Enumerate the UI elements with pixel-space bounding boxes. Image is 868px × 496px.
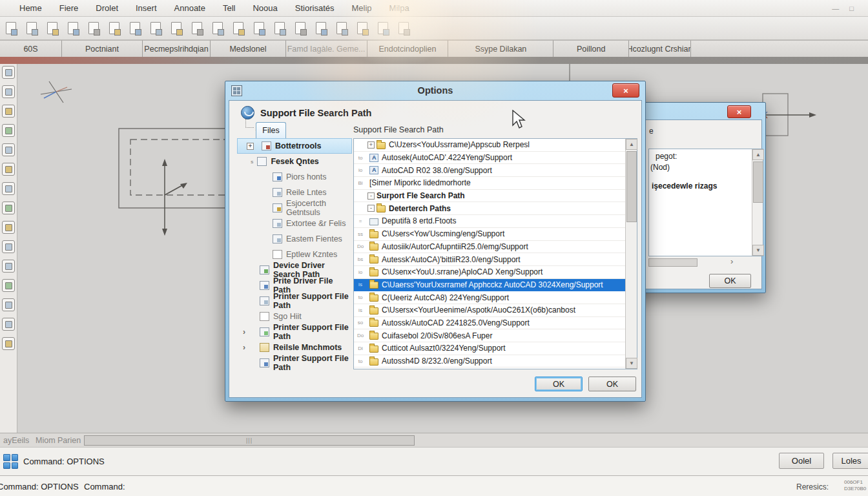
path-list-row[interactable]: is C\Uaerss'YourUxsrramef Apphcckz AutoC… [354, 279, 625, 292]
menu-item[interactable]: Heme [19, 3, 42, 13]
draw-icon[interactable] [2, 85, 15, 98]
tree-item[interactable]: Extortee &r Felis [237, 216, 352, 231]
ribbon-tab[interactable]: Ssype Dilakan [448, 40, 553, 57]
doc-red-icon[interactable] [209, 19, 226, 37]
menu-item[interactable]: Drolet [96, 3, 118, 13]
tree-item[interactable]: Printer Support File Path [237, 355, 352, 371]
ribbon-tab[interactable]: Endotcindoplien [367, 40, 449, 57]
row-expand-box-icon[interactable]: - [367, 192, 375, 200]
chevron-right-icon[interactable]: › [730, 256, 733, 266]
tree-item[interactable]: Sgo Hiit [237, 309, 352, 324]
sign-icon[interactable] [333, 19, 350, 37]
secondary-list-item[interactable]: pegot: [656, 152, 677, 161]
menu-item[interactable]: Insert [136, 3, 157, 13]
tree-item[interactable]: Eastem Fientes [237, 231, 352, 247]
ribbon-tab[interactable]: Famd Iagàle. Geme... [286, 40, 367, 57]
menu-item[interactable]: Stiorisatés [295, 3, 335, 13]
options-dialog-title[interactable]: Options [225, 81, 645, 100]
measure-icon[interactable] [291, 19, 309, 37]
maximize-icon[interactable]: □ [849, 5, 854, 12]
props-icon[interactable] [271, 19, 288, 37]
tree-item[interactable]: s Fesek Qntes [237, 154, 352, 169]
paste-icon[interactable] [85, 19, 102, 37]
plot-icon[interactable] [43, 19, 61, 37]
scrollbar-thumb[interactable] [753, 161, 763, 203]
loles-button[interactable]: Loles [832, 453, 868, 469]
path-list-row[interactable]: + C\Uzers<YouUssrrame)Appscub Rerpesl [354, 139, 625, 152]
command-history-text[interactable]: Command: OPTIONS [0, 482, 79, 491]
path-list-row[interactable]: io C\Usenx<YouU.srrane)AploCAD Xeng/Supp… [354, 266, 625, 279]
layout-tab-label-2[interactable]: Miom Parien [36, 436, 81, 445]
print-icon[interactable] [2, 337, 15, 350]
layout-icon[interactable] [395, 19, 412, 37]
ribbon-tab[interactable]: Pecmepslrihdqian [143, 40, 211, 57]
scrollbar-thumb[interactable] [626, 151, 637, 222]
doc-fold-icon[interactable] [126, 19, 143, 37]
lens-icon[interactable] [2, 221, 15, 234]
ribbon-tab[interactable]: Hcozlugnt Crshian [629, 40, 691, 57]
doc-check-icon[interactable] [147, 19, 164, 37]
tree-item[interactable]: › Printer Support File Path [237, 324, 352, 340]
camera-icon[interactable] [2, 260, 15, 273]
path-list-row[interactable]: Di Cutticot Aulsazt0/3224Yeng/Support [354, 342, 625, 355]
pointer-icon[interactable] [2, 66, 15, 79]
path-list-row[interactable]: = Deputifà 8 ertd.Ftoots [354, 215, 625, 228]
path-list-row[interactable]: to Autossh4D 8/232.0/eng/Support [354, 355, 625, 368]
rotate-icon[interactable] [2, 182, 15, 195]
view-icon[interactable] [2, 279, 15, 292]
secondary-ok-button[interactable]: OK [709, 274, 751, 288]
calc-doc-icon[interactable] [353, 19, 371, 37]
menu-item[interactable]: Annoate [174, 3, 205, 13]
path-list-row[interactable]: to C(Ueeriz AutcCA8) 224Yeng/Support [354, 291, 625, 304]
tree-item[interactable]: Esjocertcth Getntsuls [237, 200, 352, 216]
scale-icon[interactable] [250, 19, 267, 37]
ribbon-tab[interactable]: Medslonel [211, 40, 286, 57]
doc-edit-icon[interactable] [188, 19, 205, 37]
menu-item[interactable]: Nooua [253, 3, 277, 13]
monitor-icon[interactable] [312, 19, 329, 37]
path-list-row[interactable]: is C\Usersx<YourUeenime/Aspotk/AuoC261X(… [354, 304, 625, 317]
grid-table-icon[interactable] [374, 19, 391, 37]
path-list-row[interactable]: Do Autosiik/AutorCAfupntiiR25.0/emg/Supp… [354, 241, 625, 254]
scroll-down-icon[interactable]: ▼ [626, 358, 637, 369]
rect-tool-icon[interactable] [2, 163, 15, 176]
expand-chevron-icon[interactable]: › [243, 327, 248, 336]
tree-item[interactable]: Piors honts [237, 169, 352, 185]
path-list-row[interactable]: io AutoCAD R02 38.0/eng/Support [354, 164, 625, 177]
oolel-button[interactable]: Oolel [779, 453, 824, 469]
orbit-icon[interactable] [2, 143, 15, 156]
minimize-icon[interactable]: — [832, 5, 839, 12]
mark-icon[interactable] [2, 318, 15, 331]
layers-icon[interactable] [2, 240, 15, 253]
doc-minus-icon[interactable] [167, 19, 185, 37]
secondary-list-item[interactable]: (Nod) [650, 163, 670, 172]
menu-item[interactable]: Melip [351, 3, 371, 13]
row-expand-box-icon[interactable]: + [367, 141, 375, 149]
ribbon-tab[interactable]: Poillond [553, 40, 629, 57]
path-list-row[interactable]: so Autossk/AutoCAD 2241825.0Veng/Support [354, 317, 625, 330]
secondary-vertical-scrollbar[interactable]: ▲ ▼ [752, 149, 763, 256]
layout-tab-label[interactable]: ayEeils [3, 436, 29, 445]
path-list-row[interactable]: Bi [Simer Miporkc lidedmorhorte [354, 177, 625, 190]
menu-item[interactable]: Tell [223, 3, 236, 13]
tab-files[interactable]: Files [256, 122, 286, 138]
tree-item[interactable]: Printer Support File Path [237, 293, 352, 309]
horizontal-scrollbar[interactable]: ||| [84, 435, 415, 446]
menu-item[interactable]: Fiere [59, 3, 79, 13]
secondary-horizontal-scrollbar[interactable] [648, 258, 698, 267]
doc-tan-icon[interactable] [105, 19, 123, 37]
tree-item[interactable]: Reile Lntes [237, 185, 352, 200]
ribbon-tab[interactable]: Poctniant [62, 40, 143, 57]
new-doc-icon[interactable] [2, 19, 19, 37]
zoom-icon[interactable] [2, 124, 15, 137]
path-list-row[interactable]: ss C\Users<Yow'Uscming/eng/Support [354, 228, 625, 241]
secondary-list-item[interactable]: işecedewle rizags [652, 181, 717, 191]
tree-item[interactable]: + Bottetrrools [237, 138, 352, 154]
command-line-text[interactable]: Command: OPTIONS [23, 457, 105, 466]
path-list-row[interactable]: to Autosek(AutoCAD'.4224Yeng/Support [354, 152, 625, 165]
scroll-up-icon[interactable]: ▲ [752, 149, 764, 160]
ok-button-primary[interactable]: OK [535, 377, 583, 391]
scroll-up-icon[interactable]: ▲ [626, 139, 637, 150]
doc-copy-icon[interactable] [229, 19, 247, 37]
path-list-row[interactable]: Do Cuifasebol 2/0iSv/806esA Fuper [354, 329, 625, 342]
